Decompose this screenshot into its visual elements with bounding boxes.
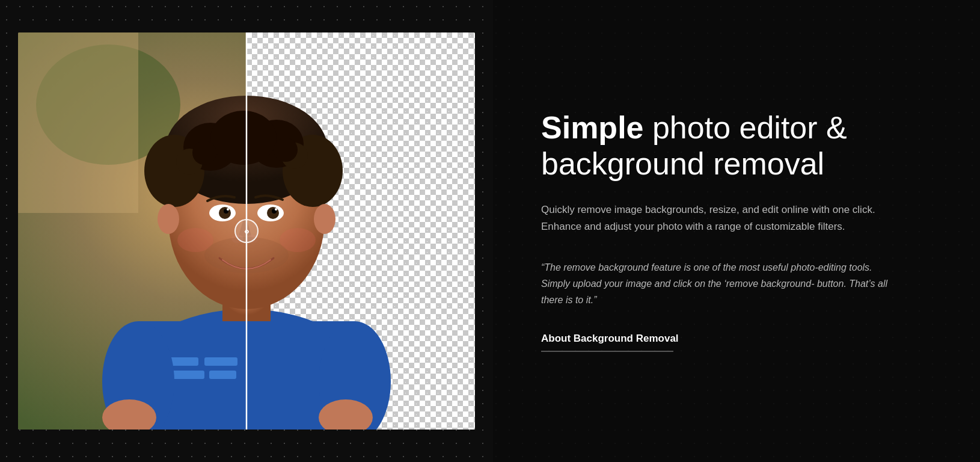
page-wrapper: ‹› Simple photo editor &background remov… xyxy=(0,0,980,462)
about-link-underline xyxy=(541,351,673,352)
description-text: Quickly remove image backgrounds, resize… xyxy=(541,202,890,235)
svg-point-21 xyxy=(192,141,216,165)
svg-point-31 xyxy=(275,208,277,211)
about-background-removal-link[interactable]: About Background Removal xyxy=(541,333,890,345)
svg-rect-11 xyxy=(209,371,236,379)
svg-point-37 xyxy=(314,204,335,234)
quote-text: “The remove background feature is one of… xyxy=(541,259,890,309)
svg-rect-5 xyxy=(18,32,138,213)
drag-handle[interactable]: ‹› xyxy=(234,219,259,243)
before-after-container: ‹› xyxy=(18,32,475,430)
left-section: ‹› xyxy=(0,0,493,462)
right-content: Simple photo editor &background removal … xyxy=(541,110,890,351)
heading-bold: Simple xyxy=(541,110,644,145)
drag-arrows-icon: ‹› xyxy=(244,226,248,236)
main-heading: Simple photo editor &background removal xyxy=(541,110,890,182)
about-link-wrapper: About Background Removal xyxy=(541,333,890,352)
right-section: Simple photo editor &background removal … xyxy=(493,0,980,462)
svg-point-19 xyxy=(210,111,277,165)
svg-point-36 xyxy=(158,204,179,234)
svg-rect-9 xyxy=(204,357,237,366)
svg-point-23 xyxy=(274,138,298,162)
svg-point-30 xyxy=(227,208,229,211)
